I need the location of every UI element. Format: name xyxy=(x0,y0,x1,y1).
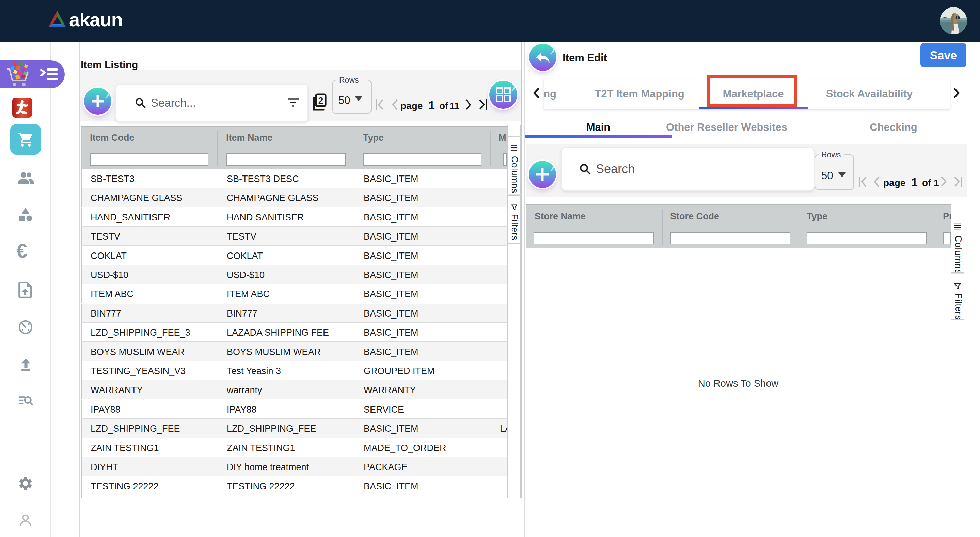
svg-text:2: 2 xyxy=(318,96,323,106)
